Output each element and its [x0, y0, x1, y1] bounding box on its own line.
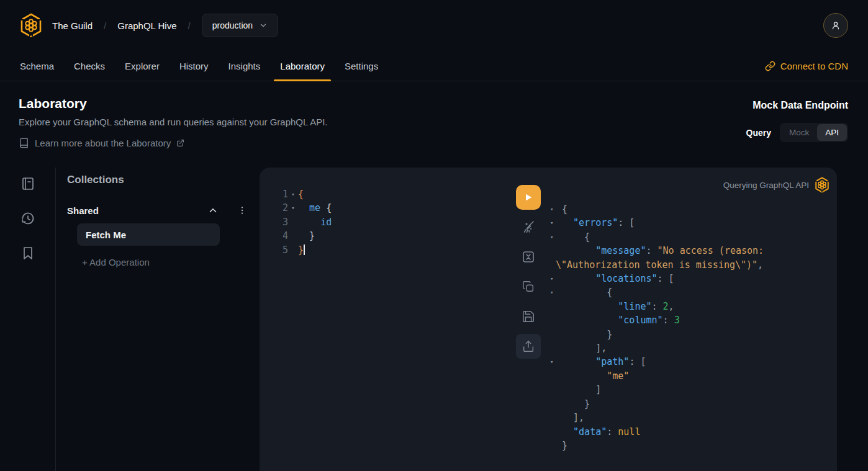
code-token: } [562, 329, 612, 340]
user-avatar[interactable] [823, 13, 848, 38]
code-token [562, 273, 595, 284]
graphiql-panel: 1▾{2▾ me {3 id4 }5} [260, 168, 837, 471]
endpoint-toggle: Mock API [780, 123, 848, 142]
prettify-icon [521, 220, 536, 235]
code-token [562, 370, 607, 382]
tab-insights[interactable]: Insights [219, 51, 271, 81]
fold-toggle-icon[interactable]: ▾ [550, 216, 553, 230]
breadcrumb-separator: / [104, 20, 106, 31]
copy-query-button[interactable] [516, 274, 541, 299]
response-line: ▾ { [548, 285, 837, 299]
external-link-icon [176, 139, 184, 147]
query-code: { [298, 187, 304, 201]
code-token: : [ [629, 356, 646, 367]
history-icon [20, 211, 35, 226]
share-icon [522, 339, 535, 353]
response-pane: Querying GraphQL API [548, 168, 837, 471]
query-line: 3 id [260, 215, 509, 229]
collections-button[interactable] [20, 246, 35, 261]
code-token: "line" [618, 301, 651, 312]
page-header: Laboratory Explore your GraphQL schema a… [0, 81, 868, 168]
code-token [562, 245, 595, 256]
code-token [562, 301, 618, 312]
add-operation-button[interactable]: + Add Operation [82, 257, 247, 267]
tab-settings[interactable]: Settings [335, 51, 388, 81]
code-token: id [320, 217, 332, 228]
collection-group-row[interactable]: Shared [67, 205, 247, 216]
left-icon-rail [0, 168, 56, 471]
kebab-menu-icon[interactable] [237, 205, 247, 215]
fold-toggle-icon[interactable]: ▾ [550, 202, 553, 216]
tab-checks[interactable]: Checks [64, 51, 115, 81]
code-token: "message" [595, 245, 646, 256]
query-editor[interactable]: 1▾{2▾ me {3 id4 }5} [260, 168, 509, 471]
operation-item-fetch-me[interactable]: Fetch Me [77, 223, 220, 246]
code-token: null [618, 426, 640, 437]
editor-toolbar [509, 168, 548, 471]
connect-to-cdn-link[interactable]: Connect to CDN [755, 51, 858, 81]
bookmark-icon [20, 246, 35, 261]
history-button[interactable] [20, 211, 35, 226]
fold-toggle-icon[interactable]: ▾ [550, 230, 553, 244]
response-line: "message": "No access (reason: [548, 244, 837, 258]
hive-logo-icon[interactable] [20, 13, 42, 38]
operation-name: Fetch Me [86, 230, 126, 240]
page-title: Laboratory [19, 96, 328, 111]
code-token [562, 217, 573, 228]
tab-history[interactable]: History [170, 51, 219, 81]
fold-toggle-icon[interactable]: ▾ [288, 187, 298, 201]
save-button[interactable] [516, 304, 541, 329]
prettify-button[interactable] [516, 215, 541, 240]
response-line: ] [548, 383, 837, 397]
line-number: 5 [260, 243, 288, 257]
execute-query-button[interactable] [516, 185, 541, 210]
query-line: 2▾ me { [260, 201, 509, 215]
text-cursor [304, 244, 305, 255]
code-token: ], [562, 343, 607, 354]
tab-laboratory[interactable]: Laboratory [270, 51, 335, 81]
response-line: ▾ "errors": [ [548, 216, 837, 230]
page-header-left: Laboratory Explore your GraphQL schema a… [19, 96, 328, 168]
code-token [562, 315, 618, 326]
code-token: "locations" [595, 273, 657, 284]
book-icon [19, 138, 29, 148]
chevron-up-icon[interactable] [207, 205, 219, 216]
fold-toggle-icon[interactable]: ▾ [550, 272, 553, 285]
code-token: ] [562, 384, 601, 395]
tab-explorer[interactable]: Explorer [115, 51, 170, 81]
share-button[interactable] [516, 334, 541, 359]
response-viewer[interactable]: ▾{▾ "errors": [▾ { "message": "No access… [548, 202, 837, 452]
fold-toggle-icon[interactable]: ▾ [550, 355, 553, 369]
page-subtitle: Explore your GraphQL schema and run quer… [19, 117, 328, 127]
code-token: me [309, 202, 320, 213]
response-header: Querying GraphQL API [548, 176, 837, 194]
code-token: , [757, 259, 763, 271]
breadcrumb-org[interactable]: The Guild [52, 20, 93, 31]
target-selector-label: production [212, 20, 253, 30]
learn-more-link[interactable]: Learn more about the Laboratory [19, 138, 328, 148]
fold-toggle-icon [288, 229, 298, 243]
editor-wrap: 1▾{2▾ me {3 id4 }5} [260, 168, 868, 471]
fold-toggle-icon[interactable]: ▾ [288, 201, 298, 215]
code-token: { [562, 287, 612, 298]
merge-fragments-button[interactable] [516, 244, 541, 269]
code-token: 3 [674, 315, 680, 326]
collections-panel: Collections Shared Fetch Me + Add Operat… [56, 168, 260, 471]
main-area: Collections Shared Fetch Me + Add Operat… [0, 168, 868, 471]
breadcrumb-project[interactable]: GraphQL Hive [117, 20, 176, 31]
fold-toggle-icon[interactable]: ▾ [550, 285, 553, 299]
response-line: ], [548, 411, 837, 424]
code-token: "me" [607, 370, 629, 382]
target-selector[interactable]: production [202, 14, 278, 37]
docs-button[interactable] [20, 176, 35, 191]
query-code: } [298, 229, 315, 243]
learn-more-label: Learn more about the Laboratory [35, 138, 171, 148]
toggle-option-mock[interactable]: Mock [781, 124, 817, 141]
tab-schema[interactable]: Schema [10, 51, 64, 81]
fold-toggle-icon [288, 243, 298, 257]
code-token: 2 [663, 301, 669, 312]
toggle-option-api[interactable]: API [817, 124, 847, 141]
code-token: : [663, 315, 674, 326]
copy-icon [522, 280, 535, 294]
code-token: : [607, 426, 618, 437]
